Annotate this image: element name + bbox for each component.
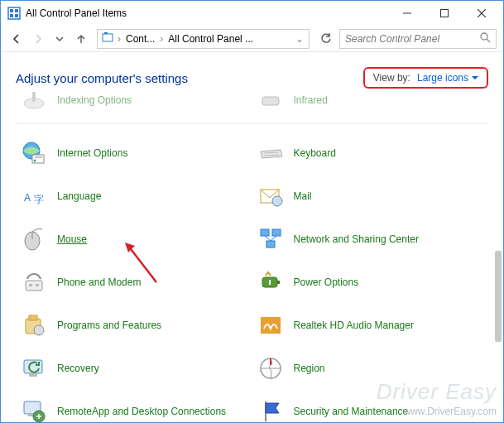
item-realtek-audio[interactable]: Realtek HD Audio Manager <box>252 309 489 342</box>
chevron-right-icon: › <box>116 33 122 45</box>
svg-rect-10 <box>104 32 108 34</box>
infrared-icon <box>256 85 286 115</box>
minimize-button[interactable] <box>388 2 425 25</box>
svg-rect-28 <box>261 229 269 236</box>
item-label: Programs and Features <box>57 320 161 332</box>
page-title: Adjust your computer's settings <box>16 71 188 85</box>
item-mouse[interactable]: Mouse <box>16 223 252 256</box>
svg-point-19 <box>34 160 36 162</box>
item-region[interactable]: Region <box>252 352 489 385</box>
view-by-dropdown[interactable]: Large icons <box>417 72 478 84</box>
svg-rect-38 <box>29 315 37 320</box>
svg-rect-35 <box>277 281 280 284</box>
svg-rect-15 <box>262 97 279 105</box>
svg-rect-2 <box>15 9 18 12</box>
realtek-icon <box>256 310 286 340</box>
svg-rect-3 <box>10 14 13 17</box>
security-maintenance-icon <box>256 397 286 422</box>
svg-rect-29 <box>272 229 281 236</box>
item-power-options[interactable]: Power Options <box>252 266 489 299</box>
item-phone-modem[interactable]: Phone and Modem <box>16 266 252 299</box>
item-label: Network and Sharing Center <box>294 233 419 246</box>
item-remoteapp[interactable]: RemoteApp and Desktop Connections <box>16 395 252 422</box>
internet-options-icon <box>19 138 49 168</box>
content-area: Adjust your computer's settings View by:… <box>1 52 503 422</box>
svg-rect-31 <box>26 281 42 291</box>
svg-rect-32 <box>29 284 32 286</box>
item-infrared[interactable]: Infrared <box>252 84 489 117</box>
view-by-value: Large icons <box>417 72 468 84</box>
item-label: Indexing Options <box>57 94 132 107</box>
chevron-down-icon[interactable]: ⌄ <box>294 33 305 45</box>
item-label: Internet Options <box>57 147 127 160</box>
svg-rect-33 <box>36 284 39 286</box>
item-language[interactable]: A字 Language <box>16 180 252 213</box>
programs-features-icon <box>19 310 49 340</box>
svg-point-39 <box>34 325 44 335</box>
control-panel-icon <box>7 7 21 20</box>
close-button[interactable] <box>463 2 500 25</box>
item-label: Infrared <box>294 94 328 107</box>
indexing-icon <box>19 85 49 115</box>
view-by-label: View by: <box>373 72 410 84</box>
svg-rect-6 <box>440 10 448 17</box>
item-label: Region <box>294 363 325 375</box>
breadcrumb-root-icon <box>101 31 114 46</box>
nav-toolbar: › Cont... › All Control Panel ... ⌄ <box>1 26 503 52</box>
item-label: RemoteApp and Desktop Connections <box>57 406 226 418</box>
item-keyboard[interactable]: Keyboard <box>252 137 489 170</box>
item-label: Language <box>57 190 101 203</box>
up-button[interactable] <box>72 30 90 48</box>
maximize-button[interactable] <box>425 2 463 25</box>
item-label: Mail <box>294 190 312 203</box>
item-network-sharing[interactable]: Network and Sharing Center <box>252 223 489 256</box>
item-label: Power Options <box>294 276 359 289</box>
item-label: Keyboard <box>294 147 336 160</box>
svg-point-11 <box>481 33 487 40</box>
item-security-maintenance[interactable]: Security and Maintenance <box>252 395 489 422</box>
svg-text:A: A <box>24 192 31 204</box>
refresh-button[interactable] <box>316 29 336 49</box>
language-icon: A字 <box>19 181 49 211</box>
item-label: Security and Maintenance <box>294 406 409 418</box>
search-input[interactable] <box>345 33 469 45</box>
svg-rect-4 <box>15 14 18 17</box>
breadcrumb[interactable]: › Cont... › All Control Panel ... ⌄ <box>97 29 310 49</box>
svg-rect-30 <box>266 241 275 248</box>
separator <box>16 123 488 124</box>
items-grid: Indexing Options Infrared Internet Optio… <box>16 103 488 422</box>
network-icon <box>256 224 286 254</box>
svg-rect-14 <box>32 92 36 102</box>
back-button[interactable] <box>7 30 26 48</box>
search-box[interactable] <box>339 29 497 49</box>
chevron-down-icon <box>472 75 478 81</box>
svg-rect-42 <box>29 373 37 377</box>
titlebar: All Control Panel Items <box>1 1 503 26</box>
svg-rect-17 <box>32 155 44 163</box>
chevron-right-icon: › <box>158 33 165 45</box>
keyboard-icon <box>256 138 286 168</box>
breadcrumb-seg-2[interactable]: All Control Panel ... <box>166 33 255 45</box>
item-recovery[interactable]: Recovery <box>16 352 252 385</box>
scrollbar-thumb[interactable] <box>495 251 502 342</box>
item-indexing-options[interactable]: Indexing Options <box>16 84 252 117</box>
forward-button[interactable] <box>29 30 47 48</box>
item-label: Realtek HD Audio Manager <box>294 320 414 332</box>
breadcrumb-seg-1[interactable]: Cont... <box>124 33 156 45</box>
mail-icon <box>256 181 286 211</box>
recent-dropdown[interactable] <box>50 30 69 48</box>
power-options-icon <box>256 267 286 297</box>
svg-line-12 <box>487 39 490 42</box>
item-programs-features[interactable]: Programs and Features <box>16 309 252 342</box>
remoteapp-icon <box>19 397 49 422</box>
svg-text:字: 字 <box>34 194 44 205</box>
item-label: Phone and Modem <box>57 276 141 289</box>
window-title: All Control Panel Items <box>26 7 388 19</box>
item-label: Recovery <box>57 363 99 375</box>
recovery-icon <box>19 353 49 383</box>
item-internet-options[interactable]: Internet Options <box>16 137 252 170</box>
svg-rect-1 <box>10 9 13 12</box>
item-mail[interactable]: Mail <box>252 180 489 213</box>
item-label: Mouse <box>57 233 87 246</box>
region-icon <box>256 353 286 383</box>
